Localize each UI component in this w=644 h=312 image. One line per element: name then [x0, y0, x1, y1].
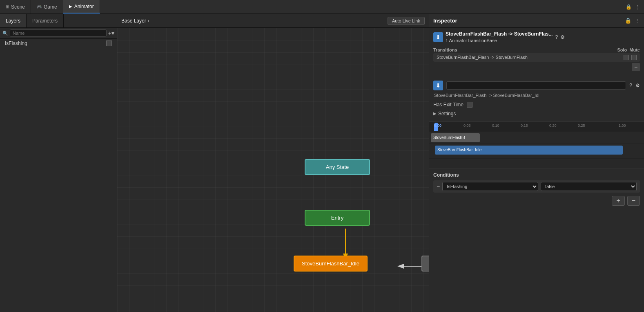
condition-remove-icon[interactable]: − — [437, 183, 440, 190]
ruler-mark-5: 0:25 — [578, 123, 585, 128]
component-icon: ⬇ — [433, 32, 443, 42]
search-icon: 🔍 — [2, 31, 8, 36]
inspector-title: Inspector — [433, 18, 622, 24]
parameter-checkbox[interactable] — [106, 40, 112, 46]
transition-solo-check[interactable] — [624, 55, 629, 60]
parameter-row-isflashing: IsFlashing — [0, 39, 117, 48]
add-parameter-button[interactable]: +▾ — [108, 30, 114, 36]
transition2-help-icon[interactable]: ? — [629, 83, 632, 88]
animator-icon: ▶ — [69, 4, 72, 9]
transition2-arrow-icon: ⬇ — [436, 82, 441, 89]
has-exit-time-row: Has Exit Time — [433, 100, 640, 109]
track-block-flash-label: StoveBurnFlashB — [433, 135, 465, 140]
inspector-panel: Inspector 🔒 ⋮ ⬇ StoveBurnFlashBar_Flash … — [429, 14, 644, 312]
base-layer-label: Base Layer — [121, 18, 146, 24]
scene-icon: ⊞ — [6, 4, 9, 9]
tab-layers[interactable]: Layers — [0, 14, 27, 27]
auto-live-link-button[interactable]: Auto Live Link — [388, 17, 425, 25]
tab-scene-label: Scene — [11, 4, 25, 10]
solo-label: Solo — [617, 47, 627, 52]
track-block-idle[interactable]: StoveBurnFlashBar_Idle — [435, 146, 623, 155]
tab-parameters[interactable]: Parameters — [27, 14, 64, 27]
component-subtitle: 1 AnimatorTransitionBase — [446, 38, 497, 43]
canvas-toolbar: Base Layer › Auto Live Link — [117, 14, 429, 28]
inspector-component: ⬇ StoveBurnFlashBar_Flash -> StoveBurnFl… — [429, 28, 644, 77]
tab-scene[interactable]: ⊞ Scene — [0, 0, 31, 13]
tab-actions: 🔒 ⋮ — [622, 4, 644, 10]
inspector-menu-icon[interactable]: ⋮ — [635, 18, 640, 24]
left-panel-search-bar: 🔍 +▾ — [0, 28, 117, 39]
transition2-subtitle: StoveBurnFlashBar_Flash -> StoveBurnFlas… — [433, 93, 640, 98]
component-icon-arrow: ⬇ — [436, 34, 441, 40]
track-block-flash[interactable]: StoveBurnFlashB — [431, 133, 480, 142]
transition-block2: ⬇ ? ⚙ StoveBurnFlashBar_Flash -> StoveBu… — [429, 77, 644, 122]
left-panel-tabs: Layers Parameters — [0, 14, 117, 28]
breadcrumb: Base Layer › — [121, 18, 149, 24]
search-input[interactable] — [10, 29, 107, 37]
has-exit-label: Has Exit Time — [433, 102, 464, 108]
node-any-state-label: Any State — [326, 164, 349, 170]
settings-row[interactable]: ▶ Settings — [433, 109, 640, 118]
condition-param-select[interactable]: IsFlashing — [442, 182, 538, 191]
canvas-arrows — [117, 28, 429, 312]
ruler-mark-3: 0:15 — [521, 123, 528, 128]
component-main-title: StoveBurnFlashBar_Flash -> StoveBurnFlas… — [446, 31, 553, 37]
ruler-mark-1: 0:05 — [464, 123, 471, 128]
ruler-mark-2: 0:10 — [492, 123, 499, 128]
node-flash[interactable]: StoveBurnFlashBar_Flash — [421, 256, 429, 272]
ruler-mark-6: 1:00 — [619, 123, 626, 128]
transition-block2-header: ⬇ ? ⚙ — [433, 81, 640, 90]
lock-icon[interactable]: 🔒 — [626, 4, 632, 10]
top-tab-bar: ⊞ Scene 🎮 Game ▶ Animator 🔒 ⋮ — [0, 0, 644, 14]
settings-arrow-icon: ▶ — [433, 111, 437, 116]
remove-condition-button[interactable]: − — [627, 196, 640, 206]
tab-game[interactable]: 🎮 Game — [31, 0, 63, 13]
game-icon: 🎮 — [37, 4, 42, 9]
timeline-area: 0:00 0:05 0:10 0:15 0:20 0:25 1:00 Stove… — [429, 122, 644, 169]
node-entry[interactable]: Entry — [305, 210, 370, 226]
mute-label: Mute — [629, 47, 640, 52]
transition2-name-input[interactable] — [446, 81, 626, 90]
timeline-tracks: StoveBurnFlashB StoveBurnFlashBar_Idle — [429, 132, 644, 168]
inspector-lock-icon[interactable]: 🔒 — [625, 18, 631, 24]
timeline-track-2: StoveBurnFlashBar_Idle — [429, 144, 644, 159]
conditions-area: Conditions − IsFlashing false + − — [429, 169, 644, 211]
conditions-actions: + − — [433, 194, 640, 207]
component-title-block: StoveBurnFlashBar_Flash -> StoveBurnFlas… — [446, 31, 553, 43]
parameter-name: IsFlashing — [5, 40, 103, 46]
parameters-label: Parameters — [32, 18, 58, 24]
component-settings-icon[interactable]: ⚙ — [560, 34, 565, 40]
track-block-idle-label: StoveBurnFlashBar_Idle — [437, 148, 481, 152]
component-header: ⬇ StoveBurnFlashBar_Flash -> StoveBurnFl… — [433, 31, 640, 43]
transitions-section: Transitions Solo Mute StoveBurnFlashBar_… — [433, 46, 640, 71]
add-condition-button[interactable]: + — [612, 196, 624, 206]
has-exit-time-checkbox[interactable] — [467, 102, 472, 108]
transition-row-0[interactable]: StoveBurnFlashBar_Flash -> StoveBurnFlas… — [433, 53, 640, 62]
main-layout: Layers Parameters 🔍 +▾ IsFlashing Base L… — [0, 14, 644, 312]
timeline-ruler[interactable]: 0:00 0:05 0:10 0:15 0:20 0:25 1:00 — [429, 122, 644, 132]
node-idle-label: StoveBurnFlashBar_Idle — [302, 260, 359, 267]
canvas-area[interactable]: Any State Entry StoveBurnFlashBar_Idle S… — [117, 28, 429, 312]
animator-canvas: Base Layer › Auto Live Link — [117, 14, 429, 312]
tab-game-label: Game — [44, 4, 57, 10]
remove-transition-button[interactable]: − — [632, 63, 640, 71]
timeline-track-1: StoveBurnFlashB — [429, 132, 644, 144]
node-idle[interactable]: StoveBurnFlashBar_Idle — [294, 256, 368, 272]
transitions-title: Transitions — [433, 47, 457, 52]
settings-label: Settings — [438, 111, 456, 117]
menu-icon[interactable]: ⋮ — [635, 4, 640, 10]
ruler-mark-0: 0:00 — [434, 123, 441, 128]
ruler-mark-4: 0:20 — [549, 123, 557, 128]
tab-animator[interactable]: ▶ Animator — [63, 0, 100, 13]
transition2-settings-icon[interactable]: ⚙ — [635, 83, 640, 88]
condition-value-select[interactable]: false — [541, 182, 637, 191]
inspector-header: Inspector 🔒 ⋮ — [429, 14, 644, 28]
component-help-icon[interactable]: ? — [555, 34, 558, 40]
transition-mute-check[interactable] — [631, 55, 637, 60]
left-panel: Layers Parameters 🔍 +▾ IsFlashing — [0, 14, 117, 312]
solo-mute-labels: Solo Mute — [617, 47, 640, 52]
transitions-label: Transitions Solo Mute — [433, 46, 640, 53]
conditions-label: Conditions — [433, 172, 640, 178]
layers-label: Layers — [6, 18, 20, 24]
node-any-state[interactable]: Any State — [305, 159, 370, 175]
